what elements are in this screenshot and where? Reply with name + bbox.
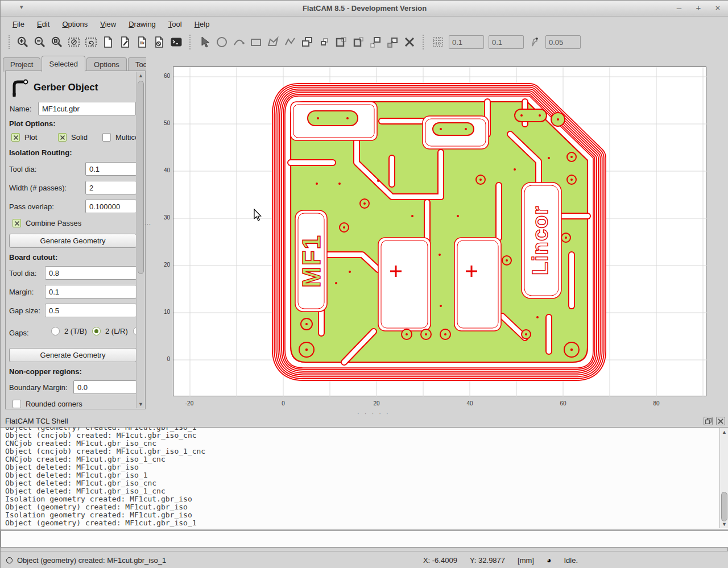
rectangle-tool-button[interactable]	[247, 34, 264, 51]
new-file-button[interactable]	[100, 34, 117, 51]
gaps-tb-radio[interactable]	[51, 327, 60, 335]
panel-scroll-thumb[interactable]	[138, 81, 144, 274]
grid-y-input[interactable]	[489, 35, 524, 49]
minimize-button[interactable]: –	[674, 2, 684, 14]
shell-scroll-down-icon[interactable]: ▼	[720, 520, 728, 528]
tool-dia-input[interactable]	[85, 162, 136, 176]
move-objects-button[interactable]	[367, 34, 384, 51]
path-tool-button[interactable]	[282, 34, 299, 51]
snap-max-input[interactable]	[545, 35, 581, 49]
menu-help[interactable]: Help	[188, 18, 216, 30]
boundary-margin-input[interactable]	[73, 380, 136, 394]
gap-size-label: Gap size:	[9, 306, 40, 315]
solid-checkbox[interactable]	[58, 133, 67, 142]
dock-splitter-handle[interactable]: ⋮	[146, 221, 150, 229]
menu-tool[interactable]: Tool	[162, 18, 188, 30]
circle-tool-button[interactable]	[213, 34, 230, 51]
delete-button[interactable]	[401, 34, 418, 51]
margin-input[interactable]	[45, 285, 136, 298]
board-text-mf1: MF1	[297, 234, 325, 288]
gap-size-input[interactable]	[45, 304, 136, 317]
rounded-corners-checkbox[interactable]	[13, 400, 21, 408]
shell-float-button[interactable]	[704, 417, 713, 425]
plot-checkbox[interactable]	[11, 133, 20, 142]
grid-x-input[interactable]	[449, 35, 484, 49]
pass-overlap-input[interactable]	[85, 200, 136, 213]
transfer-objects-button[interactable]	[384, 34, 401, 51]
plot-options-label: Plot Options:	[9, 119, 56, 128]
open-file-button[interactable]	[117, 34, 134, 51]
zoom-fit-button[interactable]	[48, 34, 65, 51]
tab-project[interactable]: Project	[3, 57, 40, 72]
shell-close-button[interactable]	[716, 417, 725, 425]
zoom-in-button[interactable]	[14, 34, 31, 51]
pointer-tool-button[interactable]	[196, 34, 213, 51]
shell-scroll-up-icon[interactable]: ▲	[720, 428, 728, 436]
y-tick-0: 0	[153, 356, 170, 362]
shell-command-input[interactable]	[1, 530, 728, 548]
status-circle-icon	[6, 557, 13, 563]
panel-scrollbar[interactable]: ▲ ▼	[136, 72, 144, 408]
menu-file[interactable]: File	[6, 18, 31, 30]
clear-plot-icon	[84, 35, 98, 49]
toolbar: 0k	[1, 31, 728, 53]
tab-options[interactable]: Options	[86, 57, 127, 72]
arc-tool-button[interactable]	[230, 34, 247, 51]
cursor-y-readout: Y: 32.9877	[470, 556, 505, 565]
toolbar-drag-handle[interactable]	[9, 35, 11, 49]
x-tick-0: 0	[272, 400, 295, 407]
corner-snap-toggle[interactable]	[526, 34, 543, 51]
tab-selected[interactable]: Selected	[42, 56, 85, 72]
shell-log[interactable]: Object (geometry) created: MF1cut.gbr_is…	[1, 427, 728, 529]
width-passes-label: Width (# passes):	[9, 184, 67, 192]
file-cancel-button[interactable]	[151, 34, 168, 51]
scroll-down-icon[interactable]: ▼	[136, 400, 145, 408]
gaps-tb-label: 2 (T/B)	[64, 327, 87, 335]
clear-plot-button[interactable]	[82, 34, 100, 51]
gaps-lr-radio[interactable]	[92, 327, 101, 335]
arc-tool-icon	[232, 35, 246, 49]
y-tick-10: 10	[153, 309, 170, 315]
replot-button[interactable]	[65, 34, 82, 51]
pass-overlap-label: Pass overlap:	[9, 202, 54, 211]
shell-button[interactable]	[168, 34, 185, 51]
plot-canvas[interactable]: MF1 Lincor	[173, 67, 706, 396]
shell-scrollbar[interactable]: ▲ ▼	[719, 428, 728, 528]
multicolored-checkbox[interactable]	[102, 133, 111, 142]
copy-objects-button[interactable]	[299, 34, 316, 51]
zoom-out-button[interactable]	[31, 34, 48, 51]
paste-special-button[interactable]	[350, 34, 367, 51]
menu-drawing[interactable]: Drawing	[122, 18, 162, 30]
new-file-icon	[101, 35, 115, 49]
file-cancel-icon	[152, 35, 166, 49]
board-cutout-label: Board cutout:	[9, 253, 57, 262]
menubar: File Edit Options View Drawing Tool Help	[1, 16, 728, 31]
file-ok-button[interactable]: 0k	[134, 34, 151, 51]
paste-object-button[interactable]	[333, 34, 350, 51]
combine-passes-checkbox[interactable]	[13, 219, 21, 227]
name-input[interactable]	[38, 102, 136, 115]
log-line: Object (geometry) created: MF1cut.gbr_is…	[5, 519, 717, 527]
maximize-button[interactable]: +	[693, 2, 704, 14]
cutout-tool-dia-input[interactable]	[45, 266, 136, 280]
shell-scroll-thumb[interactable]	[721, 492, 727, 521]
multicolored-checkbox-label: Multico	[115, 133, 136, 142]
polygon-tool-button[interactable]	[264, 34, 282, 51]
gerber-object-icon	[10, 77, 29, 99]
log-line: Object deleted: MF1cut.gbr_iso_cnc	[5, 479, 717, 487]
duplicate-object-button[interactable]	[316, 34, 333, 51]
menu-view[interactable]: View	[94, 18, 122, 30]
close-button[interactable]: ×	[713, 2, 723, 14]
statusbar: Object (geometry) created: MF1cut.gbr_is…	[1, 551, 728, 568]
generate-cutout-button[interactable]: Generate Geometry	[9, 348, 136, 362]
menu-options[interactable]: Options	[56, 18, 94, 30]
isolation-routing-label: Isolation Routing:	[9, 148, 72, 157]
cursor-x-readout: X: -6.4009	[423, 556, 457, 565]
menu-edit[interactable]: Edit	[31, 18, 56, 30]
scroll-up-icon[interactable]: ▲	[136, 72, 145, 80]
grid-snap-toggle[interactable]	[429, 34, 446, 51]
width-passes-input[interactable]	[85, 181, 136, 194]
window-title: FlatCAM 8.5 - Development Version	[1, 4, 728, 13]
generate-isolation-button[interactable]: Generate Geometry	[9, 234, 136, 248]
board-text-lincor: Lincor	[528, 206, 552, 275]
